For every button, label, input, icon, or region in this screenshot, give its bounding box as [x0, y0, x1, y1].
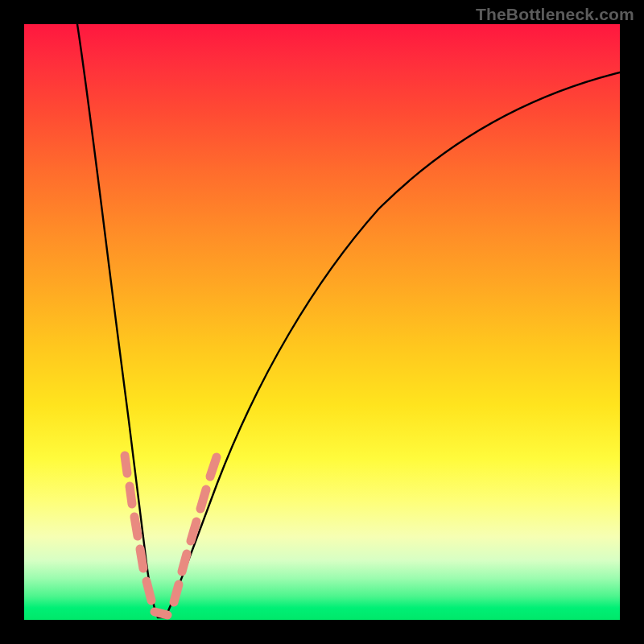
- marker-seg: [182, 554, 187, 572]
- marker-seg: [130, 486, 132, 504]
- plot-area: [24, 24, 620, 620]
- marker-seg: [140, 549, 143, 568]
- chart-frame: TheBottleneck.com: [0, 0, 644, 644]
- watermark-text: TheBottleneck.com: [476, 5, 634, 24]
- bottleneck-curve: [77, 24, 620, 617]
- marker-seg: [125, 456, 127, 473]
- marker-seg: [155, 612, 167, 615]
- marker-seg: [191, 522, 196, 541]
- marker-seg: [134, 517, 138, 536]
- marker-group: [125, 456, 217, 615]
- marker-seg: [174, 584, 179, 602]
- curve-svg: [24, 24, 620, 620]
- marker-seg: [147, 581, 151, 601]
- marker-seg: [210, 457, 217, 477]
- marker-seg: [200, 489, 206, 509]
